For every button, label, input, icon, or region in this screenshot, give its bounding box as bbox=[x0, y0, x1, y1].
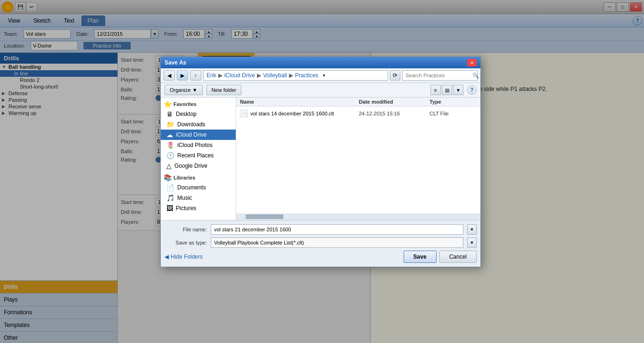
dialog-body: ⭐ Favorites 🖥 Desktop 📁 Downloads ☁ iClo… bbox=[161, 98, 480, 220]
folder-icon: 🖥 bbox=[166, 110, 173, 118]
filename-row: File name: ▼ bbox=[165, 224, 477, 235]
dialog-save-button[interactable]: Save bbox=[404, 251, 437, 263]
dialog-cancel-button[interactable]: Cancel bbox=[439, 251, 477, 263]
recent-icon: 🕐 bbox=[166, 152, 174, 159]
dialog-close-btn[interactable]: ✕ bbox=[467, 59, 477, 66]
hide-folders-arrow: ◀ bbox=[165, 253, 169, 260]
icloud-icon: ☁ bbox=[166, 131, 173, 139]
breadcrumb-volleyball[interactable]: Volleyball bbox=[263, 72, 287, 79]
forward-btn[interactable]: ▶ bbox=[177, 70, 188, 81]
sidebar-item-label: Recent Places bbox=[177, 152, 214, 159]
breadcrumb-icloud[interactable]: iCloud Drive bbox=[224, 72, 255, 79]
search-input[interactable] bbox=[405, 73, 471, 78]
view-btn-list[interactable]: ≡ bbox=[430, 85, 441, 95]
file-item-1[interactable]: 📄 vol stars 14 december 2015 1600.clt 24… bbox=[238, 108, 479, 119]
hide-folders-btn[interactable]: ◀ Hide Folders bbox=[165, 253, 203, 260]
search-icon: 🔍 bbox=[472, 73, 479, 79]
sidebar-music[interactable]: 🎵 Music bbox=[161, 193, 236, 203]
libraries-section: 📚 Libraries 📄 Documents 🎵 Music 🖼 Pictur… bbox=[161, 173, 236, 213]
sidebar-item-label: Downloads bbox=[177, 121, 205, 128]
sidebar-item-label: iCloud Photos bbox=[177, 142, 213, 148]
view-dropdown-btn[interactable]: ▼ bbox=[453, 85, 463, 95]
organize-btn[interactable]: Organize ▼ bbox=[165, 85, 203, 95]
dialog-help-btn[interactable]: ? bbox=[467, 85, 477, 95]
breadcrumb-erik[interactable]: Erik bbox=[206, 72, 216, 79]
filename-dropdown[interactable]: ▼ bbox=[467, 224, 477, 235]
savetype-dropdown[interactable]: ▼ bbox=[467, 237, 477, 248]
savetype-label: Save as type: bbox=[165, 240, 207, 245]
folder-icon: 📁 bbox=[166, 121, 174, 128]
save-as-dialog: Save As ✕ ◀ ▶ ↑ Erik ▶ iCloud Drive ▶ Vo… bbox=[160, 57, 481, 267]
file-type: CLT File bbox=[429, 111, 477, 116]
file-list-header: Name Date modified Type bbox=[236, 98, 480, 106]
filename-label: File name: bbox=[165, 227, 207, 232]
file-date: 24-12-2015 15:16 bbox=[359, 111, 429, 116]
favorites-header[interactable]: ⭐ Favorites bbox=[161, 99, 236, 109]
dialog-sidebar: ⭐ Favorites 🖥 Desktop 📁 Downloads ☁ iClo… bbox=[161, 98, 236, 220]
sidebar-item-label: iCloud Drive bbox=[176, 131, 206, 138]
favorites-icon: ⭐ bbox=[164, 100, 172, 108]
sidebar-item-label: Music bbox=[177, 195, 192, 201]
music-icon: 🎵 bbox=[166, 194, 174, 202]
dialog-file-area: Name Date modified Type 📄 vol stars 14 d… bbox=[236, 98, 480, 220]
savetype-row: Save as type: ▼ bbox=[165, 237, 477, 248]
breadcrumb-practices[interactable]: Practices bbox=[295, 72, 318, 79]
filename-input[interactable] bbox=[211, 224, 463, 235]
libraries-header[interactable]: 📚 Libraries bbox=[161, 173, 236, 182]
favorites-section: ⭐ Favorites 🖥 Desktop 📁 Downloads ☁ iClo… bbox=[161, 99, 236, 171]
col-name-header[interactable]: Name bbox=[240, 99, 359, 105]
favorites-label: Favorites bbox=[173, 101, 197, 107]
sidebar-item-label: Documents bbox=[177, 184, 206, 191]
sidebar-item-label: Google Drive bbox=[174, 163, 207, 169]
back-btn[interactable]: ◀ bbox=[164, 70, 175, 81]
sidebar-documents[interactable]: 📄 Documents bbox=[161, 182, 236, 193]
refresh-btn[interactable]: ⟳ bbox=[390, 70, 400, 81]
sidebar-item-label: Desktop bbox=[176, 111, 197, 117]
sidebar-downloads[interactable]: 📁 Downloads bbox=[161, 119, 236, 130]
sidebar-icloud-photos[interactable]: 🌷 iCloud Photos bbox=[161, 140, 236, 150]
file-list: 📄 vol stars 14 december 2015 1600.clt 24… bbox=[236, 106, 480, 213]
dialog-title-bar: Save As ✕ bbox=[161, 57, 480, 68]
breadcrumb-bar: Erik ▶ iCloud Drive ▶ Volleyball ▶ Pract… bbox=[203, 70, 388, 81]
dialog-toolbar: ◀ ▶ ↑ Erik ▶ iCloud Drive ▶ Volleyball ▶… bbox=[161, 68, 480, 83]
pictures-icon: 🖼 bbox=[166, 204, 173, 212]
libraries-icon: 📚 bbox=[164, 174, 172, 181]
sidebar-desktop[interactable]: 🖥 Desktop bbox=[161, 109, 236, 119]
sidebar-icloud-drive[interactable]: ☁ iCloud Drive bbox=[161, 130, 236, 140]
sidebar-google-drive[interactable]: △ Google Drive bbox=[161, 161, 236, 171]
gdrive-icon: △ bbox=[166, 162, 172, 170]
file-name: vol stars 14 december 2015 1600.clt bbox=[250, 111, 359, 116]
scrollbar-thumb[interactable] bbox=[246, 214, 283, 219]
docs-icon: 📄 bbox=[166, 184, 174, 191]
view-btn-details[interactable]: ▤ bbox=[442, 85, 452, 95]
libraries-label: Libraries bbox=[173, 175, 195, 180]
dialog-footer: File name: ▼ Save as type: ▼ ◀ Hide Fold… bbox=[161, 220, 480, 267]
search-box: 🔍 bbox=[402, 70, 478, 81]
sidebar-recent-places[interactable]: 🕐 Recent Places bbox=[161, 150, 236, 161]
up-btn[interactable]: ↑ bbox=[190, 70, 201, 81]
col-type-header[interactable]: Type bbox=[429, 99, 477, 105]
sidebar-pictures[interactable]: 🖼 Pictures bbox=[161, 203, 236, 213]
photos-icon: 🌷 bbox=[166, 141, 174, 149]
new-folder-btn[interactable]: New folder bbox=[206, 85, 242, 95]
horizontal-scrollbar[interactable] bbox=[236, 213, 480, 220]
col-date-header[interactable]: Date modified bbox=[359, 99, 429, 105]
hide-folders-label: Hide Folders bbox=[171, 253, 203, 260]
breadcrumb-dropdown-arrow[interactable]: ▼ bbox=[320, 71, 328, 80]
savetype-input[interactable] bbox=[211, 237, 463, 248]
file-icon: 📄 bbox=[240, 110, 248, 117]
dialog-title: Save As bbox=[165, 59, 186, 66]
sidebar-item-label: Pictures bbox=[176, 205, 196, 212]
dialog-actions-bar: Organize ▼ New folder ≡ ▤ ▼ ? bbox=[161, 83, 480, 98]
